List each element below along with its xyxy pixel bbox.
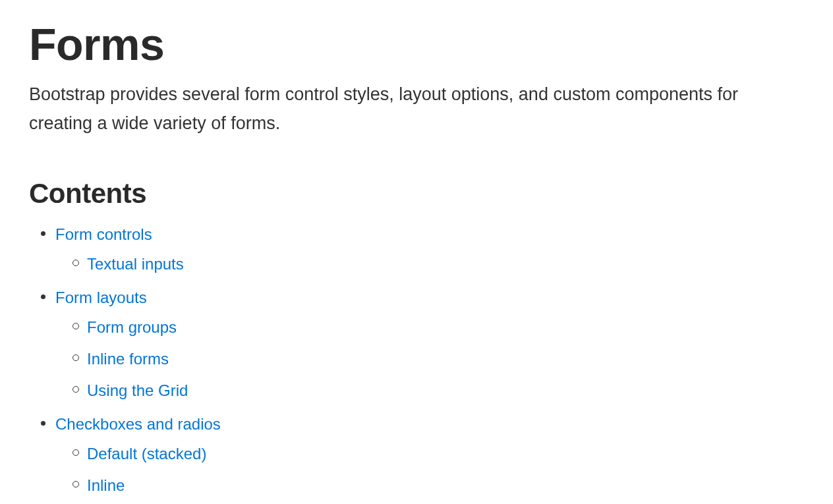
toc-item: Form layouts Form groups Inline forms Us… [55, 282, 804, 408]
toc-sublist: Default (stacked) Inline Without labels [55, 438, 804, 504]
toc-link-form-controls[interactable]: Form controls [55, 225, 152, 243]
page-lead: Bootstrap provides several form control … [29, 80, 793, 138]
toc-link-textual-inputs[interactable]: Textual inputs [87, 255, 184, 273]
toc-list: Form controls Textual inputs Form layout… [29, 219, 804, 504]
toc-item: Form controls Textual inputs [55, 219, 804, 282]
contents-heading: Contents [29, 178, 804, 210]
toc-link-inline-forms[interactable]: Inline forms [87, 350, 169, 368]
toc-link-form-groups[interactable]: Form groups [87, 318, 177, 336]
toc-link-default-stacked[interactable]: Default (stacked) [87, 445, 206, 462]
toc-subitem: Without labels [87, 501, 804, 504]
toc-link-using-the-grid[interactable]: Using the Grid [87, 381, 188, 399]
page-title: Forms [29, 20, 804, 69]
toc-subitem: Default (stacked) [87, 438, 804, 470]
toc-subitem: Inline [87, 470, 804, 501]
toc-item: Checkboxes and radios Default (stacked) … [55, 408, 804, 504]
toc-subitem: Inline forms [87, 343, 804, 375]
toc-subitem: Using the Grid [87, 375, 804, 406]
toc-sublist: Form groups Inline forms Using the Grid [55, 312, 804, 406]
toc-link-inline[interactable]: Inline [87, 476, 125, 494]
toc-subitem: Form groups [87, 312, 804, 343]
toc-link-form-layouts[interactable]: Form layouts [55, 289, 147, 306]
toc-link-checkboxes-and-radios[interactable]: Checkboxes and radios [55, 415, 221, 433]
toc-sublist: Textual inputs [55, 248, 804, 280]
toc-subitem: Textual inputs [87, 248, 804, 280]
